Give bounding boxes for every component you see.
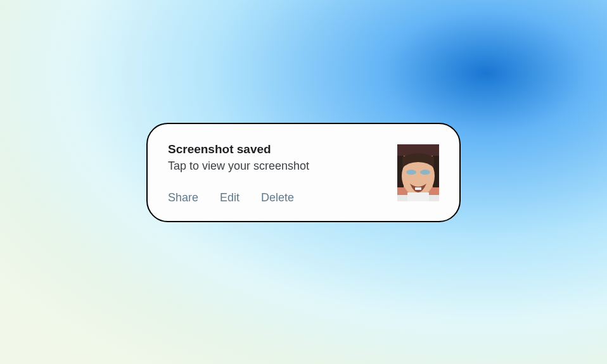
notification-subtitle: Tap to view your screenshot <box>168 159 386 173</box>
svg-rect-7 <box>415 187 421 190</box>
screenshot-notification-card[interactable]: Screenshot saved Tap to view your screen… <box>146 123 461 222</box>
notification-actions-row: Share Edit Delete <box>168 191 386 204</box>
screenshot-thumbnail[interactable] <box>397 144 439 201</box>
notification-title: Screenshot saved <box>168 142 386 158</box>
edit-button[interactable]: Edit <box>220 191 240 204</box>
svg-rect-9 <box>407 192 429 201</box>
delete-button[interactable]: Delete <box>261 191 294 204</box>
share-button[interactable]: Share <box>168 191 198 204</box>
svg-point-6 <box>420 170 430 175</box>
svg-point-5 <box>406 170 416 175</box>
notification-content: Screenshot saved Tap to view your screen… <box>168 142 386 204</box>
